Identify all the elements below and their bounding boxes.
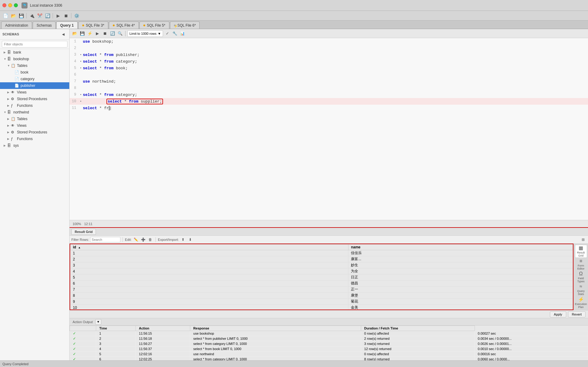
sidebar-item-bookshop-views[interactable]: ▶ 👁 Views — [0, 89, 69, 96]
import-btn[interactable]: ⬇ — [187, 237, 193, 243]
sidebar-item-northwind-views[interactable]: ▶ 👁 Views — [0, 122, 69, 129]
maximize-button[interactable] — [14, 3, 18, 7]
app-icon: 🐬 — [21, 2, 28, 8]
list-item[interactable]: ✓612:02:25select * from category LIMIT 0… — [70, 357, 588, 361]
list-item[interactable]: ✓311:56:27select * from category LIMIT 0… — [70, 341, 588, 346]
refresh-query-btn[interactable]: 🔄 — [109, 30, 116, 37]
sp-icon: ⚙ — [11, 97, 16, 101]
cell-id: 1 — [70, 250, 348, 256]
tab-sqlfile6[interactable]: ⚡ SQL File 6* — [170, 21, 200, 29]
table-row[interactable]: 5日正 — [70, 274, 573, 280]
explain-btn[interactable]: 🔧 — [172, 30, 178, 37]
refresh-btn[interactable]: 🔄 — [44, 12, 51, 19]
sidebar-item-sys[interactable]: ▶ 🗄 sys — [0, 142, 69, 149]
table-row[interactable]: 2康富... — [70, 256, 573, 262]
list-item[interactable]: ✓411:56:37select * from book LIMIT 0, 10… — [70, 346, 588, 352]
col-header-name[interactable]: name — [348, 244, 573, 250]
stop-btn[interactable]: ⏹ — [62, 12, 70, 19]
minimize-button[interactable] — [8, 3, 12, 7]
run-btn[interactable]: ▶ — [54, 12, 62, 19]
export-label: Export/Import: — [158, 238, 179, 241]
table-row[interactable]: 7正一 — [70, 287, 573, 293]
tab-sqlfile4-label: SQL File 4* — [116, 23, 135, 28]
sidebar-item-bookshop-fn[interactable]: ▶ ƒ Functions — [0, 102, 69, 109]
sidebar-item-northwind-sp[interactable]: ▶ ⚙ Stored Procedures — [0, 129, 69, 136]
sidebar-item-northwind-fn[interactable]: ▶ ƒ Functions — [0, 136, 69, 142]
table-row[interactable]: 3妙生 — [70, 262, 573, 268]
sidebar-item-bank[interactable]: ▶ 🗄 bank — [0, 49, 69, 56]
settings-btn[interactable]: ⚙️ — [73, 12, 80, 19]
close-button[interactable] — [2, 3, 6, 7]
wrap-cell-btn[interactable]: ⊞ — [580, 237, 586, 243]
sidebar-item-bookshop-tables[interactable]: ▼ 📋 Tables — [0, 62, 69, 69]
action-output-sort-btn[interactable]: ▼ — [95, 319, 101, 325]
apply-button[interactable]: Apply — [550, 311, 566, 317]
run-all-btn[interactable]: ⚡ — [87, 30, 93, 37]
sidebar-item-book[interactable]: ▶ 📄 book — [0, 69, 69, 76]
save-query-btn[interactable]: 💾 — [79, 30, 86, 37]
sidebar-item-northwind[interactable]: ▼ 🗄 northwind — [0, 109, 69, 116]
result-grid-panel-btn[interactable]: ▦ Result Grid — [575, 245, 587, 258]
tab-administration[interactable]: Administration — [1, 21, 32, 29]
table-row[interactable]: 1佳佳乐 — [70, 250, 573, 256]
code-editor[interactable]: 1 use bookshop; 2 3 • select * from publ… — [70, 38, 588, 220]
execution-plan-panel-btn[interactable]: ⚡ Execution Plan — [575, 297, 587, 309]
form-editor-panel-btn[interactable]: ≡ Form Editor — [575, 258, 587, 270]
table-row[interactable]: 6德昌 — [70, 280, 573, 287]
search-btn[interactable]: 🔍 — [117, 30, 123, 37]
line-content-11: select * fr| — [83, 106, 588, 110]
limit-dropdown[interactable]: Limit to 1000 rows ▼ — [127, 30, 163, 37]
list-item[interactable]: ✓211:56:18select * from publisher LIMIT … — [70, 336, 588, 341]
save-btn[interactable]: 💾 — [18, 12, 25, 19]
sidebar-item-category[interactable]: ▶ 📄 category — [0, 76, 69, 82]
sidebar-toggle-btn[interactable]: ◀ — [60, 31, 67, 38]
query-stats-panel-btn[interactable]: ≈ Query Stats — [575, 284, 587, 296]
delete-row-btn[interactable]: 🗑 — [147, 237, 153, 243]
line-num-5: 5 — [70, 66, 79, 70]
disconnect-btn[interactable]: ✂️ — [36, 12, 43, 19]
filter-input[interactable] — [2, 41, 67, 48]
field-types-panel-btn[interactable]: Ω Field Types — [575, 271, 587, 283]
table-row[interactable]: 8康堡 — [70, 293, 573, 299]
visual-explain-btn[interactable]: 📊 — [179, 30, 186, 37]
table-row[interactable]: 9菊花 — [70, 299, 573, 305]
sidebar-item-bookshop-sp[interactable]: ▶ ⚙ Stored Procedures — [0, 96, 69, 102]
filter-rows-input[interactable] — [90, 237, 120, 242]
sidebar-item-publisher[interactable]: ▶ 📄 publisher — [0, 82, 69, 89]
limit-apply-btn[interactable]: ✓ — [164, 30, 171, 37]
tab-result-grid[interactable]: Result Grid — [71, 229, 96, 235]
new-file-btn[interactable]: 📄 — [2, 12, 9, 19]
table-row[interactable]: 4为全 — [70, 268, 573, 274]
code-line-10: 10 • select * from supplier; — [70, 98, 588, 105]
tab-sqlfile3[interactable]: SQL File 3* — [78, 21, 108, 29]
tab-query1[interactable]: Query 1 — [56, 21, 78, 29]
col-header-id[interactable]: id ▲ — [70, 244, 348, 250]
run-selected-btn[interactable]: ▶ — [94, 30, 101, 37]
export-btn[interactable]: ⬆ — [180, 237, 186, 243]
sidebar-item-bookshop[interactable]: ▼ 🗄 bookshop — [0, 56, 69, 62]
tab-sqlfile5[interactable]: SQL File 5* — [139, 21, 169, 29]
tab-sqlfile4[interactable]: SQL File 4* — [109, 21, 139, 29]
table-icon-category: 📄 — [15, 77, 19, 81]
open-file-btn[interactable]: 📂 — [71, 30, 78, 37]
fn-icon: ƒ — [11, 103, 16, 108]
sidebar-label-bookshop: bookshop — [13, 57, 29, 61]
field-types-icon: Ω — [579, 271, 583, 277]
ao-action: use bookshop — [190, 331, 361, 336]
fn-icon-nw: ƒ — [11, 137, 16, 141]
tab-schemas[interactable]: Schemas — [33, 21, 56, 29]
revert-button[interactable]: Revert — [568, 311, 586, 317]
form-editor-icon: ≡ — [580, 258, 582, 264]
list-item[interactable]: ✓512:02:16use northwind0 row(s) affected… — [70, 352, 588, 357]
edit-row-btn[interactable]: ✏️ — [133, 237, 139, 243]
open-btn[interactable]: 📂 — [10, 12, 17, 19]
connect-btn[interactable]: 🔌 — [28, 12, 35, 19]
add-row-btn[interactable]: ➕ — [140, 237, 146, 243]
list-item[interactable]: ✓111:56:15use bookshop0 row(s) affected0… — [70, 331, 588, 336]
line-dot-5: • — [79, 67, 83, 70]
window-controls[interactable] — [2, 3, 18, 7]
sidebar-item-northwind-tables[interactable]: ▶ 📋 Tables — [0, 116, 69, 122]
cell-id: 7 — [70, 287, 348, 293]
stop-query-btn[interactable]: ⏹ — [102, 30, 108, 37]
table-row[interactable]: 10金美 — [70, 305, 573, 310]
